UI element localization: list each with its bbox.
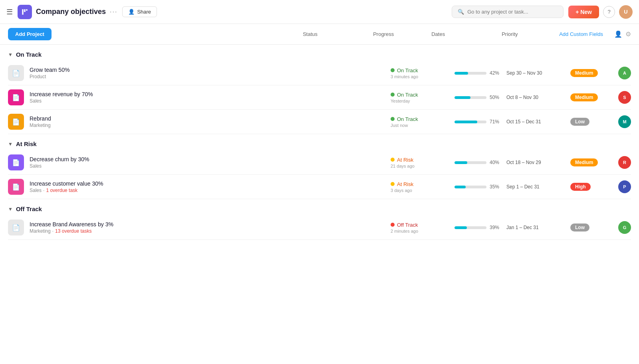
- project-sub: Marketing · 13 overdue tasks: [30, 228, 391, 234]
- status-label: At Risk: [397, 181, 413, 187]
- status-indicator: At Risk: [391, 157, 454, 163]
- group-label: Off Track: [16, 206, 42, 212]
- doc-icon: 📄: [12, 224, 20, 231]
- chevron-down-icon: ▼: [8, 206, 13, 212]
- user-avatar[interactable]: U: [619, 5, 633, 19]
- group-header-off-track[interactable]: ▼ Off Track: [8, 199, 631, 216]
- status-dot: [391, 223, 395, 227]
- avatar: G: [618, 221, 631, 234]
- app-logo: [18, 5, 32, 19]
- progress-cell: 71%: [454, 119, 506, 125]
- avatar: P: [618, 180, 631, 193]
- dates-cell: Oct 15 – Dec 31: [506, 119, 570, 125]
- status-cell: Off Track 2 minutes ago: [391, 222, 454, 233]
- progress-cell: 40%: [454, 160, 506, 165]
- status-cell: On Track 3 minutes ago: [391, 67, 454, 79]
- chevron-down-icon: ▼: [8, 52, 13, 57]
- dates-cell: Jan 1 – Dec 31: [506, 225, 570, 230]
- priority-badge: Medium: [570, 158, 598, 166]
- table-row[interactable]: 📄 Rebrand Marketing On Track Just now 71…: [8, 110, 631, 134]
- progress-percent: 42%: [490, 70, 502, 76]
- project-category: Product: [30, 74, 46, 79]
- progress-cell: 35%: [454, 184, 506, 190]
- project-name: Decrease churn by 30%: [30, 156, 391, 162]
- group-label: On Track: [16, 51, 42, 58]
- status-indicator: On Track: [391, 92, 454, 98]
- add-custom-fields-button[interactable]: Add Custom Fields: [559, 31, 603, 37]
- progress-cell: 39%: [454, 225, 506, 230]
- group-label: At Risk: [16, 140, 37, 147]
- project-sub: Marketing: [30, 123, 391, 128]
- search-input[interactable]: [467, 9, 558, 15]
- avatar: R: [618, 156, 631, 169]
- table-row[interactable]: 📄 Grow team 50% Product On Track 3 minut…: [8, 61, 631, 85]
- priority-cell: Medium: [570, 69, 618, 77]
- project-icon: 📄: [8, 154, 24, 170]
- project-info: Increase revenue by 70% Sales: [30, 91, 391, 104]
- col-header-dates: Dates: [431, 31, 495, 37]
- status-label: On Track: [397, 92, 418, 98]
- status-label: On Track: [397, 67, 418, 73]
- add-project-button[interactable]: Add Project: [8, 28, 52, 40]
- more-options[interactable]: ···: [110, 8, 117, 16]
- doc-icon: 📄: [12, 94, 20, 101]
- status-label: On Track: [397, 116, 418, 122]
- progress-bar-fill: [454, 121, 477, 123]
- group-header-on-track[interactable]: ▼ On Track: [8, 45, 631, 61]
- new-button[interactable]: + New: [568, 6, 599, 18]
- status-indicator: On Track: [391, 116, 454, 122]
- progress-bar-wrap: [454, 72, 486, 75]
- project-name: Grow team 50%: [30, 67, 391, 73]
- table-row[interactable]: 📄 Increase customer value 30% Sales · 1 …: [8, 175, 631, 199]
- status-indicator: On Track: [391, 67, 454, 73]
- search-bar[interactable]: 🔍: [452, 6, 564, 18]
- progress-bar-fill: [454, 186, 466, 188]
- table-row[interactable]: 📄 Increase Brand Awareness by 3% Marketi…: [8, 216, 631, 240]
- status-time: 3 days ago: [391, 188, 454, 193]
- search-icon: 🔍: [458, 9, 464, 15]
- avatar: A: [618, 67, 631, 79]
- progress-bar-wrap: [454, 96, 486, 99]
- priority-badge: Medium: [570, 69, 598, 77]
- table-row[interactable]: 📄 Decrease churn by 30% Sales At Risk 21…: [8, 150, 631, 175]
- dates-cell: Sep 1 – Dec 31: [506, 184, 570, 190]
- project-category: Sales: [30, 188, 42, 193]
- status-indicator: Off Track: [391, 222, 454, 228]
- priority-cell: Low: [570, 118, 618, 126]
- group-header-at-risk[interactable]: ▼ At Risk: [8, 134, 631, 150]
- hamburger-menu[interactable]: ☰: [6, 8, 13, 16]
- project-icon: 📄: [8, 220, 24, 235]
- priority-badge: Low: [570, 118, 589, 126]
- status-dot: [391, 68, 395, 72]
- status-dot: [391, 93, 395, 97]
- project-info: Increase Brand Awareness by 3% Marketing…: [30, 221, 391, 234]
- dates-cell: Oct 8 – Nov 30: [506, 95, 570, 100]
- col-header-priority: Priority: [502, 31, 550, 37]
- help-button[interactable]: ?: [603, 6, 615, 18]
- status-time: 2 minutes ago: [391, 229, 454, 233]
- settings-icon[interactable]: ⚙: [625, 30, 631, 38]
- project-category: Sales: [30, 163, 42, 169]
- col-header-status: Status: [303, 31, 367, 37]
- progress-percent: 50%: [490, 95, 502, 100]
- priority-cell: Low: [570, 224, 618, 231]
- status-time: 3 minutes ago: [391, 74, 454, 79]
- progress-percent: 39%: [490, 225, 502, 230]
- toolbar: Add Project Status Progress Dates Priori…: [0, 24, 639, 45]
- share-button[interactable]: 👤 Share: [122, 6, 157, 17]
- project-icon: 📄: [8, 114, 24, 130]
- project-name: Increase customer value 30%: [30, 180, 391, 187]
- project-name: Increase Brand Awareness by 3%: [30, 221, 391, 228]
- person-icon[interactable]: 👤: [614, 30, 622, 38]
- status-cell: At Risk 21 days ago: [391, 157, 454, 168]
- project-name: Increase revenue by 70%: [30, 91, 391, 97]
- priority-cell: Medium: [570, 158, 618, 166]
- progress-bar-wrap: [454, 161, 486, 164]
- doc-icon: 📄: [12, 183, 20, 191]
- table-row[interactable]: 📄 Increase revenue by 70% Sales On Track…: [8, 85, 631, 110]
- status-cell: On Track Yesterday: [391, 92, 454, 103]
- project-category: Sales: [30, 98, 42, 104]
- status-label: At Risk: [397, 157, 413, 163]
- status-time: Just now: [391, 123, 454, 128]
- project-info: Grow team 50% Product: [30, 67, 391, 79]
